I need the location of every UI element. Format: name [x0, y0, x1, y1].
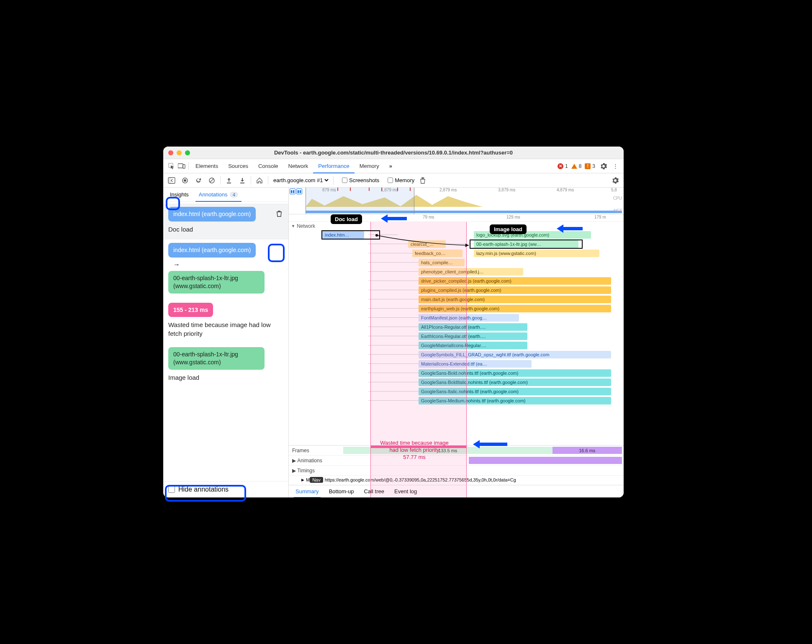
tab-memory[interactable]: Memory [355, 159, 384, 173]
network-bar[interactable]: GoogleSans-Bold.nohints.ttf (earth.googl… [419, 369, 611, 377]
window-titlebar: DevTools - earth.google.com/static/multi… [163, 147, 624, 159]
svg-point-6 [184, 179, 186, 182]
kebab-icon[interactable]: ⋮ [610, 163, 620, 169]
details-tabs: Summary Bottom-up Call tree Event log [289, 485, 624, 497]
flame-chart[interactable]: 79 ms 129 ms 179 m ▼Network Doc load Ima… [289, 214, 624, 497]
network-bar[interactable]: GoogleSans-Italic.nohints.ttf (earth.goo… [419, 388, 611, 395]
network-bar[interactable]: drive_picker_compiled.js (earth.google.c… [419, 277, 611, 285]
tab-sources[interactable]: Sources [223, 159, 253, 173]
network-bar[interactable]: phenotype_client_compiled.j… [419, 268, 523, 276]
reload-icon[interactable] [193, 175, 203, 185]
arrow-icon [473, 438, 511, 453]
tabs-overflow[interactable]: » [384, 159, 397, 173]
network-bar[interactable]: lazy.min.js (www.gstatic.com) [474, 250, 599, 257]
range-chip: 155 - 213 ms [168, 303, 213, 317]
entry-chip: 00-earth-splash-1x-ltr.jpg (www.gstatic.… [168, 271, 265, 294]
inspect-icon[interactable] [167, 163, 177, 170]
toggle-sidebar-icon[interactable] [167, 175, 177, 185]
network-bar[interactable]: feedback_co… [412, 250, 463, 257]
tab-elements[interactable]: Elements [190, 159, 223, 173]
arrow-icon [557, 223, 586, 237]
window-title: DevTools - earth.google.com/static/multi… [163, 149, 624, 156]
selected-entry-outline [321, 230, 380, 240]
download-icon[interactable] [237, 175, 247, 185]
zoom-icon[interactable] [185, 150, 190, 155]
tab-network[interactable]: Network [283, 159, 313, 173]
hide-annotations-checkbox[interactable] [168, 486, 175, 493]
overview-viewport[interactable] [306, 188, 414, 214]
svg-rect-1 [178, 164, 183, 168]
minimize-icon[interactable] [177, 150, 182, 155]
network-bar[interactable]: All1PIcons-Regular.otf (earth.… [419, 323, 527, 331]
wasted-time-label: Wasted time because image had low fetch … [373, 440, 456, 461]
network-bar[interactable]: FontManifest.json (earth.goog… [419, 314, 519, 322]
navigation-row[interactable]: ▶ MNavhttps://earth.google.com/web/@0,-0… [301, 476, 622, 484]
issues-badge[interactable]: !3 [585, 163, 595, 169]
errors-badge[interactable]: ✕1 [558, 163, 568, 169]
network-bar[interactable]: earthplugin_web.js (earth.google.com) [419, 305, 611, 312]
entry-chip: 00-earth-splash-1x-ltr.jpg (www.gstatic.… [168, 347, 265, 370]
tab-event-log[interactable]: Event log [393, 485, 419, 498]
sidebar-tabs: Insights Annotations 4 [163, 188, 288, 202]
gc-icon[interactable] [418, 175, 428, 185]
memory-checkbox[interactable]: Memory [388, 177, 414, 183]
selected-entry-outline [470, 240, 583, 249]
timings-track[interactable]: ▶ Timings [289, 466, 624, 476]
entry-chip: index.html (earth.google.com) [168, 207, 256, 222]
tab-performance[interactable]: Performance [313, 159, 354, 173]
svg-marker-12 [557, 224, 563, 233]
annotation-item[interactable]: 00-earth-splash-1x-ltr.jpg (www.gstatic.… [163, 344, 288, 388]
svg-rect-4 [168, 178, 171, 183]
tab-insights[interactable]: Insights [167, 188, 192, 202]
annotation-item[interactable]: index.html (earth.google.com) → 00-earth… [163, 240, 288, 299]
screenshots-checkbox[interactable]: Screenshots [342, 177, 379, 183]
network-bar[interactable]: GoogleSans-BoldItalic.nohints.ttf (earth… [419, 379, 611, 386]
network-bar[interactable]: clearcut_… [408, 240, 446, 248]
network-bar[interactable]: main.dart.js (earth.google.com) [419, 296, 611, 303]
traffic-lights [168, 150, 190, 155]
gear-icon[interactable] [599, 162, 609, 170]
network-bar[interactable]: MaterialIcons-Extended.ttf (ea… [419, 360, 532, 368]
annotation-item[interactable]: 155 - 213 ms Wasted time because image h… [163, 299, 288, 344]
annotation-desc: Wasted time because image had low fetch … [168, 320, 283, 338]
svg-line-8 [210, 179, 213, 182]
svg-marker-15 [473, 440, 480, 448]
arrow-icon [381, 214, 410, 227]
overview-strip[interactable]: ▮▮ ▮▮ 879 ms 1,879 ms 2,879 ms 3,879 ms … [289, 188, 624, 214]
home-icon[interactable] [254, 175, 265, 185]
warnings-badge[interactable]: 8 [571, 163, 582, 169]
tab-summary[interactable]: Summary [294, 485, 321, 498]
network-bar[interactable]: GoogleMaterialIcons-Regular.… [419, 342, 527, 349]
tab-console[interactable]: Console [253, 159, 283, 173]
upload-icon[interactable] [224, 175, 234, 185]
annotation-desc: Image load [168, 373, 283, 382]
close-icon[interactable] [168, 150, 173, 155]
tab-annotations[interactable]: Annotations 4 [195, 188, 242, 202]
hide-annotations-label: Hide annotations [178, 486, 229, 493]
device-icon[interactable] [177, 163, 187, 169]
network-bar[interactable]: GoogleSymbols_FILL_GRAD_opsz_wght.ttf (e… [419, 351, 611, 358]
svg-rect-2 [183, 165, 185, 168]
capture-settings-icon[interactable] [610, 175, 620, 185]
devtools-window: DevTools - earth.google.com/static/multi… [163, 147, 624, 497]
clear-icon[interactable] [207, 175, 217, 185]
hide-annotations-row: Hide annotations [163, 481, 288, 497]
tab-call-tree[interactable]: Call tree [362, 485, 386, 498]
animations-track[interactable]: ▶ Animations [289, 456, 624, 466]
tab-bottom-up[interactable]: Bottom-up [327, 485, 356, 498]
network-bar[interactable]: GoogleSans-Medium.nohints.ttf (earth.goo… [419, 397, 611, 404]
annotation-item[interactable]: index.html (earth.google.com) Doc load [163, 204, 288, 240]
delete-annotation-icon[interactable] [275, 209, 283, 219]
annotations-sidebar: Insights Annotations 4 index.html (earth… [163, 188, 289, 497]
main-tabs: Elements Sources Console Network Perform… [163, 159, 624, 173]
network-bar[interactable]: plugins_compiled.js (earth.google.com) [419, 286, 611, 294]
network-bar[interactable]: EarthIcons-Regular.otf (earth.… [419, 332, 527, 340]
callout-image-load: Image load [490, 224, 527, 234]
timeline-panel: ▮▮ ▮▮ 879 ms 1,879 ms 2,879 ms 3,879 ms … [289, 188, 624, 497]
record-icon[interactable] [180, 175, 190, 185]
recording-select[interactable]: earth.google.com #1 [272, 177, 330, 184]
network-bar[interactable]: hats_compile… [419, 259, 465, 266]
callout-doc-load: Doc load [331, 214, 362, 224]
annotation-desc: Doc load [168, 225, 283, 234]
link-arrow-icon: → [173, 261, 283, 268]
